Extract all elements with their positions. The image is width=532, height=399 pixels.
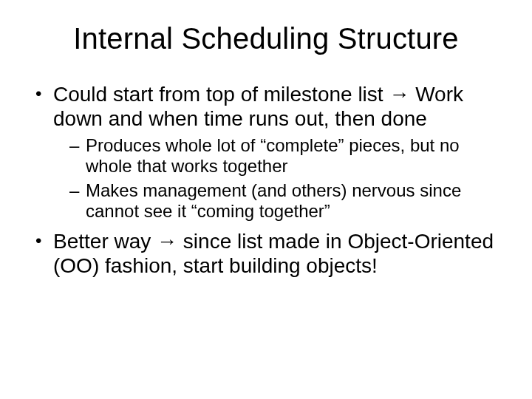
bullet-item: Could start from top of milestone list →… [33,82,499,222]
bullet-text-pre: Could start from top of milestone list [53,83,389,106]
arrow-icon: → [157,230,177,253]
bullet-list-level2: Produces whole lot of “complete” pieces,… [68,135,499,222]
slide: Internal Scheduling Structure Could star… [0,0,532,399]
bullet-list-level1: Could start from top of milestone list →… [33,82,499,278]
slide-title: Internal Scheduling Structure [30,22,502,55]
sub-bullet-item: Makes management (and others) nervous si… [68,180,499,222]
arrow-icon: → [389,83,409,106]
sub-bullet-item: Produces whole lot of “complete” pieces,… [68,135,499,177]
bullet-item: Better way → since list made in Object-O… [33,229,499,278]
bullet-text-pre: Better way [53,230,157,253]
